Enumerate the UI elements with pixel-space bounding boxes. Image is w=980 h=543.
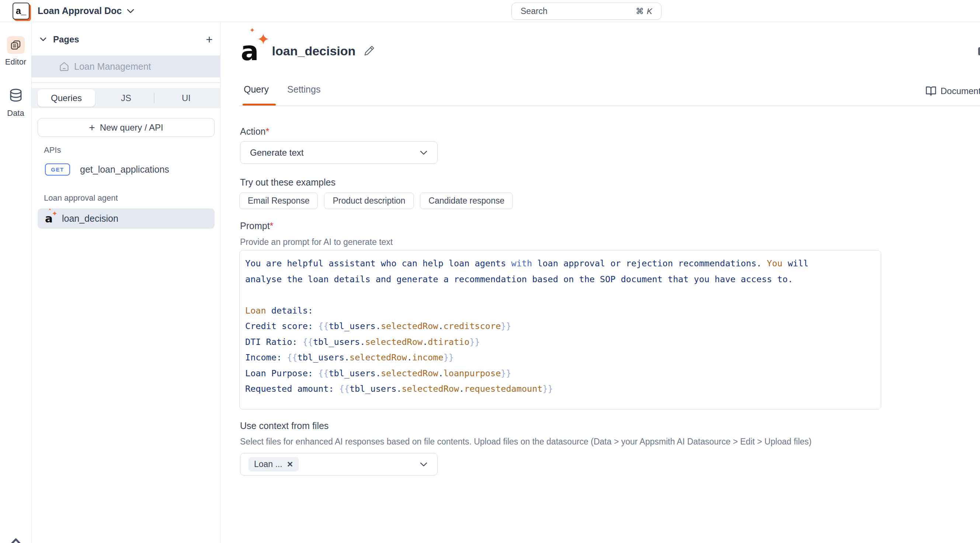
prompt-code-editor[interactable]: You are helpful assistant who can help l… (239, 250, 881, 409)
tab-js[interactable]: JS (110, 88, 143, 108)
required-asterisk: * (270, 221, 274, 231)
http-method-badge: GET (45, 163, 70, 175)
editor-pages-icon (7, 36, 25, 54)
chevron-down-icon[interactable] (40, 37, 46, 42)
divider (239, 105, 980, 106)
context-description: Select files for enhanced AI responses b… (240, 437, 811, 447)
new-query-label: New query / API (100, 123, 163, 133)
sidebar: Pages + Loan Management Queries JS UI + … (32, 22, 221, 543)
rail-data-label: Data (7, 108, 24, 118)
plus-icon: + (89, 123, 95, 133)
search-shortcut: ⌘ K (636, 6, 652, 16)
agent-section-label: Loan approval agent (44, 193, 118, 203)
prompt-field-label: Prompt* (240, 221, 273, 231)
rail-item-editor[interactable]: Editor (0, 36, 31, 67)
examples-row: Email Response Product description Candi… (239, 193, 513, 209)
query-title-row: a ✦ ✦ loan_decision (241, 37, 375, 65)
tab-ui[interactable]: UI (170, 88, 203, 108)
sidebar-item-loan-management[interactable]: Loan Management (32, 55, 220, 78)
selected-file-chip: Loan ... ✕ (248, 457, 299, 471)
tab-queries[interactable]: Queries (38, 89, 95, 107)
appsmith-ai-icon: a ✦ ✦ (45, 213, 53, 224)
app-header: a_ Loan Approval Doc Search ⌘ K (0, 0, 980, 22)
file-chip-label: Loan ... (254, 459, 282, 469)
rail-item-data[interactable]: Data (0, 88, 31, 118)
example-product-description-button[interactable]: Product description (324, 193, 414, 209)
documentation-label: Document (940, 86, 980, 96)
shortcut-key: K (647, 6, 652, 16)
context-files-select[interactable]: Loan ... ✕ (240, 453, 438, 476)
query-editor: a ✦ ✦ loan_decision Document Query (221, 22, 980, 543)
command-icon: ⌘ (636, 6, 644, 16)
search-placeholder: Search (520, 6, 547, 16)
divider (32, 82, 220, 83)
pages-header-label: Pages (53, 34, 79, 45)
pages-header: Pages + (40, 30, 213, 49)
edit-name-button[interactable] (364, 45, 375, 56)
app-logo-text: a_ (16, 6, 26, 16)
app-title: Loan Approval Doc (38, 6, 122, 16)
left-rail: Editor Data (0, 22, 32, 543)
required-asterisk: * (266, 126, 269, 137)
chevron-down-icon (127, 8, 134, 14)
action-select-value: Generate text (250, 148, 304, 158)
tab-query[interactable]: Query (244, 84, 269, 95)
action-select[interactable]: Generate text (240, 141, 438, 164)
chevron-down-icon (420, 462, 428, 467)
rail-editor-label: Editor (5, 57, 26, 67)
tab-settings[interactable]: Settings (287, 84, 320, 95)
documentation-link[interactable]: Document (926, 86, 980, 97)
action-field-label: Action* (240, 126, 269, 137)
appsmith-ai-icon: a ✦ ✦ (241, 38, 259, 64)
sidebar-item-loan-decision[interactable]: a ✦ ✦ loan_decision (38, 209, 215, 229)
book-icon (926, 86, 937, 97)
clipped-bottom-icon[interactable] (6, 537, 26, 543)
new-query-button[interactable]: + New query / API (38, 118, 215, 137)
appsmith-editor: a_ Loan Approval Doc Search ⌘ K (0, 0, 980, 543)
apis-section-label: APIs (44, 145, 61, 155)
query-tabs: Query Settings (244, 84, 320, 95)
query-title: loan_decision (272, 44, 356, 58)
page-item-label: Loan Management (74, 61, 151, 72)
add-page-button[interactable]: + (206, 33, 213, 45)
sidebar-tab-strip: Queries JS UI (32, 88, 220, 108)
app-logo[interactable]: a_ (13, 3, 30, 19)
app-title-menu[interactable]: Loan Approval Doc (38, 6, 134, 16)
api-name: get_loan_applications (80, 164, 169, 175)
context-heading: Use context from files (240, 420, 329, 431)
search-input[interactable]: Search ⌘ K (511, 3, 662, 20)
divider (154, 92, 154, 103)
examples-heading: Try out these examples (240, 177, 336, 188)
chevron-down-icon (420, 150, 428, 155)
agent-name: loan_decision (62, 213, 118, 224)
example-candidate-response-button[interactable]: Candidate response (420, 193, 513, 209)
home-icon (59, 61, 69, 72)
clipped-menu-icon[interactable] (978, 47, 980, 55)
sidebar-item-get-loan-applications[interactable]: GET get_loan_applications (38, 160, 215, 179)
database-icon (7, 88, 25, 105)
prompt-description: Provide an prompt for AI to generate tex… (240, 237, 393, 247)
example-email-response-button[interactable]: Email Response (239, 193, 318, 209)
close-icon[interactable]: ✕ (287, 460, 293, 469)
